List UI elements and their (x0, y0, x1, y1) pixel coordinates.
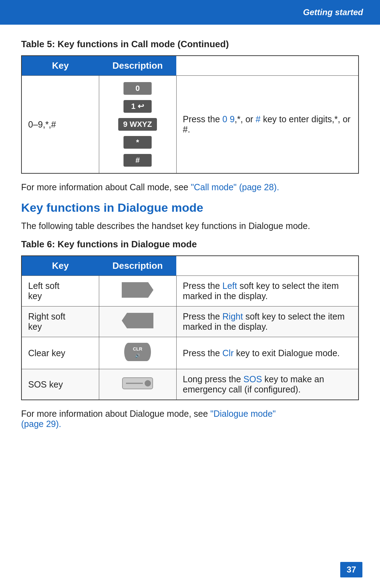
link-sos: SOS (243, 374, 262, 384)
key-btn-0: 0 (124, 82, 152, 95)
link-0: 0 (222, 114, 227, 124)
desc-sos: Long press the SOS key to make an emerge… (176, 369, 359, 400)
table1-col2-header: Description (99, 56, 176, 76)
desc-left-soft: Press the Left soft key to select the it… (176, 276, 359, 307)
section-title: Key functions in Dialogue mode (21, 201, 359, 215)
svg-text:🔊: 🔊 (135, 353, 140, 358)
key-btn-star: * (124, 136, 152, 149)
page-header: Getting started (0, 0, 380, 25)
call-mode-link[interactable]: "Call mode" (page 28). (191, 182, 279, 192)
clr-key-icon: CLR 🔊 (124, 342, 152, 362)
svg-rect-2 (124, 343, 151, 361)
right-soft-key-icon (122, 313, 153, 328)
table1-col1-header: Key (21, 56, 99, 76)
key-btn-hash: # (124, 154, 152, 167)
link-left: Left (222, 281, 237, 291)
key-label-0-9: 0–9,*,# (21, 76, 99, 174)
desc-0-9: Press the 0 9,*, or # key to enter digit… (176, 76, 359, 174)
table2-col2-header: Description (99, 256, 176, 276)
svg-point-7 (145, 380, 151, 386)
key-image-right-soft (99, 307, 176, 337)
table-row: SOS key Long press the SOS key to make a… (21, 369, 359, 400)
call-mode-info: For more information about Call mode, se… (21, 182, 359, 192)
key-image-sos (99, 369, 176, 400)
link-clr: Clr (222, 348, 234, 358)
dialogue-mode-info-text: For more information about Dialogue mode… (21, 409, 210, 419)
table-call-mode: Key Description 0–9,*,# 0 1 ↩ 9 WXYZ * # (21, 55, 359, 174)
key-image-left-soft (99, 276, 176, 307)
key-images-0-9: 0 1 ↩ 9 WXYZ * # (99, 76, 176, 174)
header-title: Getting started (303, 7, 363, 17)
page-content: Table 5: Key functions in Call mode (Con… (0, 25, 380, 466)
page-number: 37 (340, 562, 362, 577)
svg-marker-0 (122, 282, 153, 298)
dialogue-mode-info: For more information about Dialogue mode… (21, 409, 359, 429)
table-dialogue-mode: Key Description Left softkey Press the L… (21, 255, 359, 400)
left-soft-key-icon (122, 282, 153, 298)
section-desc: The following table describes the handse… (21, 221, 359, 231)
key-label-sos: SOS key (21, 369, 99, 400)
svg-marker-1 (122, 313, 153, 328)
sos-key-icon (122, 377, 153, 390)
key-btn-1: 1 ↩ (124, 100, 152, 113)
key-image-clear: CLR 🔊 (99, 337, 176, 369)
call-mode-info-text: For more information about Call mode, se… (21, 182, 191, 192)
key-label-right-soft: Right softkey (21, 307, 99, 337)
table-row: Left softkey Press the Left soft key to … (21, 276, 359, 307)
key-label-clear: Clear key (21, 337, 99, 369)
key-btn-9: 9 WXYZ (118, 118, 157, 131)
table-row: 0–9,*,# 0 1 ↩ 9 WXYZ * # Press the 0 9,*… (21, 76, 359, 174)
desc-right-soft: Press the Right soft key to select the i… (176, 307, 359, 337)
desc-clear: Press the Clr key to exit Dialogue mode. (176, 337, 359, 369)
link-hash: # (256, 114, 261, 124)
svg-text:CLR: CLR (133, 346, 142, 352)
table2-col1-header: Key (21, 256, 99, 276)
table1-caption: Table 5: Key functions in Call mode (Con… (21, 39, 359, 50)
link-right: Right (222, 311, 243, 321)
table2-caption: Table 6: Key functions in Dialogue mode (21, 239, 359, 250)
key-button-group: 0 1 ↩ 9 WXYZ * # (106, 81, 170, 168)
key-label-left-soft: Left softkey (21, 276, 99, 307)
link-9: 9 (230, 114, 235, 124)
table-row: Clear key CLR 🔊 Press the Clr key to exi… (21, 337, 359, 369)
table-row: Right softkey Press the Right soft key t… (21, 307, 359, 337)
